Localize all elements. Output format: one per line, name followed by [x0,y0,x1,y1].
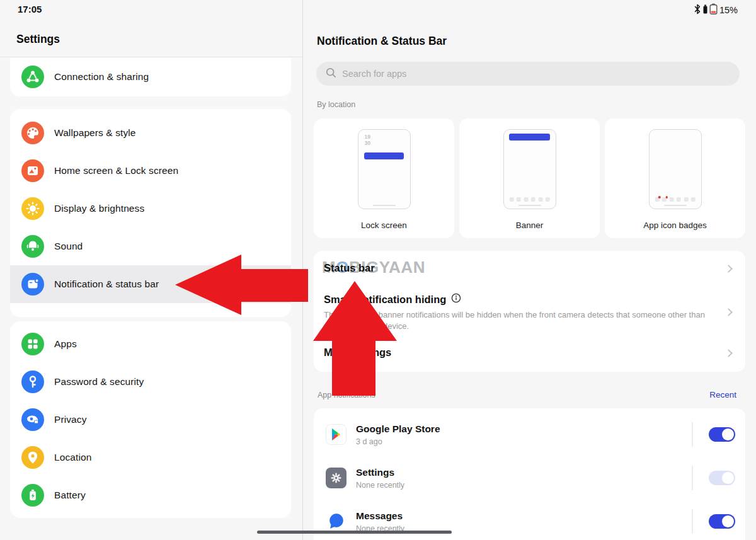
sidebar-item-label: Battery [54,490,86,501]
sidebar-group-personalization: Wallpapers & style Home screen & Lock sc… [10,109,291,317]
app-name: Google Play Store [356,423,440,435]
messages-icon [326,511,346,532]
sidebar-item-wallpapers-style[interactable]: Wallpapers & style [10,114,291,152]
sidebar-item-label: Password & security [54,376,144,388]
info-icon[interactable] [451,293,461,306]
home-indicator[interactable] [257,531,452,534]
sort-recent-link[interactable]: Recent [709,390,736,399]
badges-preview [649,129,702,209]
search-input[interactable] [342,69,730,79]
apps-grid-icon [21,333,44,355]
battery-percent: 15% [719,5,738,15]
sidebar-item-label: Notification & status bar [54,279,159,290]
search-icon [326,67,336,81]
sidebar-item-label: Display & brightness [54,203,144,214]
app-row-google-play[interactable]: Google Play Store 3 d ago [314,413,745,456]
row-divider [692,466,693,490]
share-icon [21,66,44,88]
sidebar-item-label: Privacy [54,414,87,425]
notifications-toggle[interactable] [709,471,735,485]
sidebar-item-label: Sound [54,241,83,252]
bluetooth-icon [694,4,701,17]
google-play-icon [326,424,346,445]
banner-preview [503,129,556,209]
sidebar-item-connection-sharing[interactable]: Connection & sharing [10,57,291,96]
notification-bar-shape [509,134,550,141]
sidebar-item-label: Apps [54,338,77,350]
sidebar-item-notification-status-bar[interactable]: Notification & status bar [10,265,291,303]
app-meta: None recently [356,481,404,490]
lock-screen-preview: 1930 [358,129,411,209]
preview-clock: 1930 [365,134,370,146]
card-label: Lock screen [314,221,454,230]
stylus-battery-icon [703,4,707,16]
app-notifications-card: Google Play Store 3 d ago Settings None … [314,408,745,540]
search-bar [316,62,740,86]
notification-location-cards: 1930 Lock screen Banner Ap [314,118,745,238]
preview-home-line [373,205,396,207]
notifications-toggle[interactable] [709,427,735,442]
battery-low-icon [709,3,718,17]
sun-icon [21,197,44,220]
sidebar-item-password-security[interactable]: Password & security [10,363,291,401]
preview-home-line [664,205,687,207]
status-icons: 15% [694,4,738,16]
notification-settings-card: MOBIGYAAN Status bar Smart notification … [314,251,745,372]
page-title: Notification & Status Bar [317,35,447,48]
settings-screen: 17:05 15% Settings Connection & sharing [0,0,756,540]
sidebar-item-location[interactable]: Location [10,439,291,476]
location-pin-icon [21,446,44,469]
more-settings-row[interactable]: More settings [324,347,391,359]
key-icon [21,371,44,393]
app-row-settings[interactable]: Settings None recently [314,456,745,500]
app-meta: 3 d ago [356,437,440,446]
privacy-eye-icon [21,408,44,431]
sidebar-group-connection: Connection & sharing [10,57,291,96]
sidebar-item-privacy[interactable]: Privacy [10,401,291,439]
preview-dock-dots [509,197,550,202]
lock-screen-card[interactable]: 1930 Lock screen [314,118,454,238]
chevron-right-icon [724,308,733,316]
by-location-label: By location [317,100,355,109]
sidebar-item-home-lock-screen[interactable]: Home screen & Lock screen [10,152,291,190]
row-divider [692,422,693,447]
settings-gear-icon [326,468,346,488]
sidebar-item-battery[interactable]: Battery [10,476,291,514]
sidebar-item-label: Location [54,452,91,463]
card-label: Banner [459,221,600,230]
sidebar-item-label: Home screen & Lock screen [54,165,178,176]
app-name: Messages [356,510,404,522]
notification-bar-shape [364,152,404,159]
sidebar-item-label: Connection & sharing [54,71,149,83]
notification-status-bar-panel: Notification & Status Bar By location 19… [303,0,756,540]
smart-hiding-description: The content of banner notifications will… [324,309,719,331]
settings-sidebar: Settings Connection & sharing Wallpapers… [0,0,303,540]
card-label: App icon badges [605,221,745,230]
preview-home-line [518,205,541,207]
sidebar-item-apps[interactable]: Apps [10,325,291,363]
app-icon-badges-card[interactable]: App icon badges [605,118,745,238]
app-notifications-header: App notifications Recent [318,390,744,399]
sidebar-group-system: Apps Password & security Privacy Locatio… [10,321,291,518]
bell-icon [21,235,44,258]
chevron-right-icon [724,349,733,357]
row-divider [692,509,693,534]
status-bar-row[interactable]: Status bar [324,262,375,274]
app-name: Settings [356,467,404,478]
banner-card[interactable]: Banner [459,118,600,238]
image-icon [21,159,44,182]
chevron-right-icon [724,265,733,273]
battery-icon [21,484,44,507]
preview-dock-dots [655,197,696,202]
sidebar-item-sound[interactable]: Sound [10,227,291,265]
sidebar-item-display-brightness[interactable]: Display & brightness [10,190,291,227]
smart-notification-hiding-row[interactable]: Smart notification hiding [324,293,461,306]
palette-icon [21,122,44,144]
clock: 17:05 [18,4,42,14]
notification-icon [21,273,44,296]
notifications-toggle[interactable] [709,514,735,529]
sidebar-item-label: Wallpapers & style [54,127,136,139]
app-row-messages[interactable]: Messages None recently [314,500,745,540]
sidebar-header: Settings [0,0,302,57]
app-notifications-label: App notifications [318,391,375,399]
